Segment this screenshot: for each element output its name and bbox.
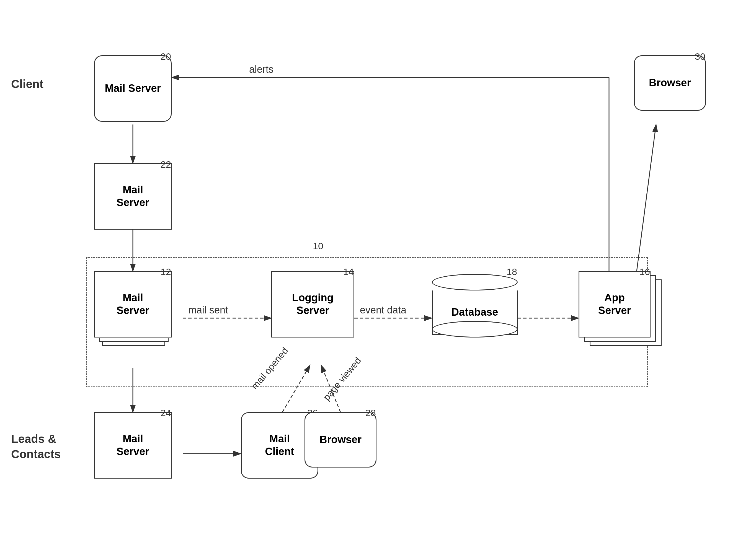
mail-server-20-label: Mail Server <box>105 82 161 95</box>
alerts-label: alerts <box>249 64 274 75</box>
ref-18: 18 <box>506 266 517 277</box>
mail-server-12-label: MailServer <box>117 292 149 317</box>
browser-30-label: Browser <box>649 77 691 89</box>
database-18: Database <box>432 271 518 337</box>
ref-24: 24 <box>160 407 171 418</box>
ref-12: 12 <box>160 266 171 277</box>
logging-server-14-label: LoggingServer <box>292 292 334 317</box>
mail-server-20: Mail Server <box>94 55 171 122</box>
ref-14: 14 <box>343 266 354 277</box>
leads-line1: Leads & <box>11 432 56 446</box>
browser-28-label: Browser <box>320 433 361 446</box>
mail-server-22-label: MailServer <box>117 184 149 209</box>
ref-30: 30 <box>695 51 705 62</box>
mail-client-26-label: MailClient <box>265 433 294 458</box>
ref-22: 22 <box>160 159 171 170</box>
browser-30: Browser <box>634 55 706 111</box>
mail-server-22: MailServer <box>94 163 171 230</box>
event-data-label: event data <box>360 304 406 316</box>
mail-server-12: MailServer <box>94 271 171 337</box>
ref-28: 28 <box>365 407 376 418</box>
mail-sent-label: mail sent <box>188 304 228 316</box>
svg-line-11 <box>637 125 656 271</box>
ref-16: 16 <box>639 266 650 277</box>
app-server-16-label: AppServer <box>598 292 631 317</box>
client-section-label: Client <box>11 77 44 91</box>
leads-contacts-section-label: Leads & Contacts <box>11 431 61 462</box>
ref-20: 20 <box>160 51 171 62</box>
app-server-16: AppServer <box>578 271 650 337</box>
browser-28: Browser <box>304 412 376 468</box>
diagram: 10 Client Leads & Contacts Mail Server 2… <box>0 0 756 553</box>
mail-server-24: MailServer <box>94 412 171 479</box>
mail-server-24-label: MailServer <box>117 433 149 458</box>
logging-server-14: LoggingServer <box>271 271 354 337</box>
ref-10: 10 <box>313 241 323 251</box>
leads-line2: Contacts <box>11 448 61 461</box>
database-18-label: Database <box>452 306 498 318</box>
